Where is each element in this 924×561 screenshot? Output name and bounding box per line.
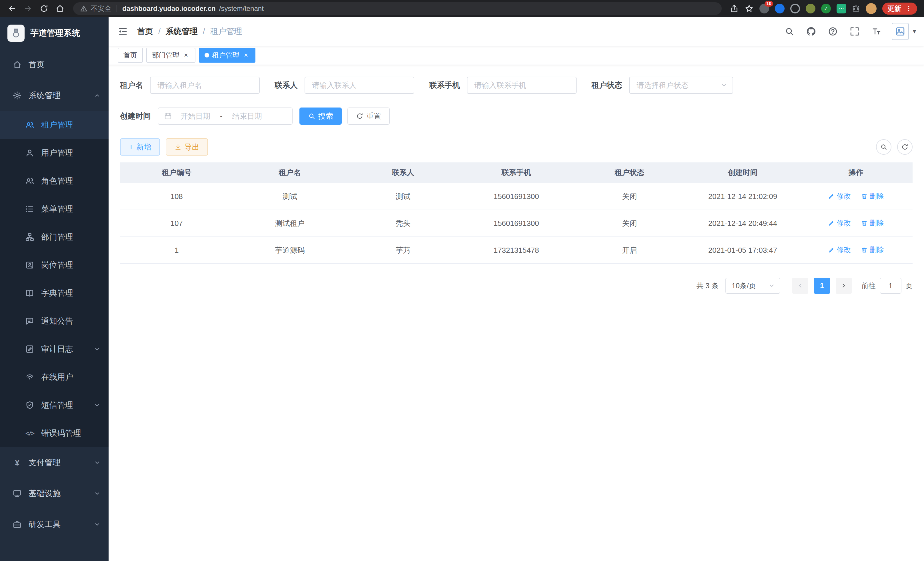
next-page-button[interactable] [836,278,852,294]
tab-dept-management[interactable]: 部门管理 × [146,48,195,63]
end-date-input[interactable] [226,112,268,121]
breadcrumb-home[interactable]: 首页 [137,26,153,37]
start-date-input[interactable] [174,112,217,121]
sidebar-item-system-management[interactable]: 系统管理 [0,80,109,111]
extension-icon-4[interactable] [806,4,815,14]
delete-link[interactable]: 删除 [861,245,884,254]
plus-icon: + [129,143,134,151]
edit-link[interactable]: 修改 [828,245,851,254]
cell-created: 2021-12-14 21:02:09 [686,183,799,210]
toggle-search-button[interactable] [876,139,891,155]
close-icon[interactable]: × [182,51,190,59]
page-number-button[interactable]: 1 [814,278,830,294]
tenant-status-label: 租户状态 [591,80,622,90]
extension-icon-6[interactable]: ⋯ [837,4,846,14]
code-icon: </> [25,430,34,437]
breadcrumb: 首页 / 系统管理 / 租户管理 [137,26,242,37]
help-icon[interactable] [823,22,843,41]
users-icon [25,176,34,186]
column-header-status: 租户状态 [573,162,686,183]
sidebar-item-post-management[interactable]: 岗位管理 [0,251,109,279]
cell-contact: 测试 [346,183,460,210]
edit-link[interactable]: 修改 [828,191,851,201]
reset-button[interactable]: 重置 [347,108,390,125]
header-search-icon[interactable] [780,22,799,41]
close-icon[interactable]: × [242,51,250,59]
user-icon [25,148,34,158]
extension-icon-2[interactable] [775,4,784,14]
sidebar-item-menu-management[interactable]: 菜单管理 [0,195,109,223]
fullscreen-icon[interactable] [845,22,864,41]
tab-home[interactable]: 首页 [118,48,143,63]
column-header-name: 租户名 [233,162,346,183]
sidebar-item-role-management[interactable]: 角色管理 [0,167,109,195]
badge-icon [25,260,34,270]
caret-down-icon[interactable]: ▾ [913,28,916,35]
tenant-status-select[interactable]: 请选择租户状态 [629,77,733,94]
home-icon [13,60,22,69]
cell-contact: 芋艿 [346,237,460,264]
browser-refresh-button[interactable] [37,1,51,16]
contact-phone-input[interactable] [467,77,577,94]
cell-contact: 秃头 [346,210,460,237]
extension-icon-1[interactable]: 10 [759,4,769,14]
goto-suffix: 页 [905,281,913,290]
sidebar-item-sms-management[interactable]: 短信管理 [0,391,109,419]
sidebar-item-infrastructure[interactable]: 基础设施 [0,478,109,509]
breadcrumb-system[interactable]: 系统管理 [166,26,198,37]
chevron-down-icon [94,459,100,466]
sidebar-item-payment[interactable]: ¥ 支付管理 [0,447,109,478]
prev-page-button[interactable] [792,278,808,294]
browser-toolbar: 不安全 dashboard.yudao.iocoder.cn /system/t… [0,0,924,17]
browser-forward-button[interactable] [21,1,35,16]
edit-link[interactable]: 修改 [828,218,851,228]
delete-link[interactable]: 删除 [861,218,884,228]
total-count: 共 3 条 [696,281,718,290]
browser-bookmark-icon[interactable] [745,4,754,13]
chat-bubble-icon [25,317,34,326]
font-size-icon[interactable] [867,22,886,41]
browser-extensions-icon[interactable] [852,5,860,13]
user-avatar[interactable] [892,23,909,40]
url-path: /system/tenant [219,5,264,13]
browser-menu-icon[interactable]: ⋮ [905,5,912,12]
goto-page-input[interactable] [880,278,902,294]
browser-share-icon[interactable] [730,4,739,13]
tab-tenant-management[interactable]: 租户管理 × [199,48,255,63]
create-time-range-picker[interactable]: - [158,108,292,125]
add-button[interactable]: + 新增 [120,138,160,156]
shield-icon [25,401,34,410]
sidebar-item-online-users[interactable]: 在线用户 [0,363,109,391]
sidebar-item-dev-tools[interactable]: 研发工具 [0,509,109,540]
sidebar-item-error-code[interactable]: </> 错误码管理 [0,419,109,447]
cell-id: 1 [120,237,233,264]
column-header-actions: 操作 [800,162,913,183]
sidebar-item-dict-management[interactable]: 字典管理 [0,279,109,307]
contact-input[interactable] [304,77,414,94]
filter-row-2: 创建时间 - 搜索 重置 [120,108,913,125]
breadcrumb-current: 租户管理 [210,26,242,37]
sidebar-toggle-button[interactable] [109,17,137,46]
tenant-name-input[interactable] [150,77,260,94]
sidebar-item-audit-log[interactable]: 审计日志 [0,335,109,363]
browser-update-button[interactable]: 更新 ⋮ [882,3,917,15]
page-size-select[interactable]: 10条/页 [725,278,780,294]
column-header-created: 创建时间 [686,162,799,183]
sidebar-item-notice[interactable]: 通知公告 [0,307,109,335]
delete-link[interactable]: 删除 [861,191,884,201]
sidebar-item-user-management[interactable]: 用户管理 [0,139,109,167]
refresh-table-button[interactable] [897,139,913,155]
sidebar-item-home[interactable]: 首页 [0,49,109,80]
browser-address-bar[interactable]: 不安全 dashboard.yudao.iocoder.cn /system/t… [73,2,722,15]
extension-icon-5[interactable]: ✓ [821,4,831,14]
sidebar-item-tenant-management[interactable]: 租户管理 [0,111,109,139]
export-button[interactable]: 导出 [166,138,208,156]
not-secure-label: 不安全 [91,4,111,13]
github-icon[interactable] [801,22,821,41]
browser-home-button[interactable] [52,1,68,16]
search-button[interactable]: 搜索 [299,108,342,125]
extension-icon-3[interactable] [790,4,800,14]
browser-back-button[interactable] [4,1,20,16]
sidebar-item-dept-management[interactable]: 部门管理 [0,223,109,251]
browser-profile-avatar[interactable] [866,3,877,14]
